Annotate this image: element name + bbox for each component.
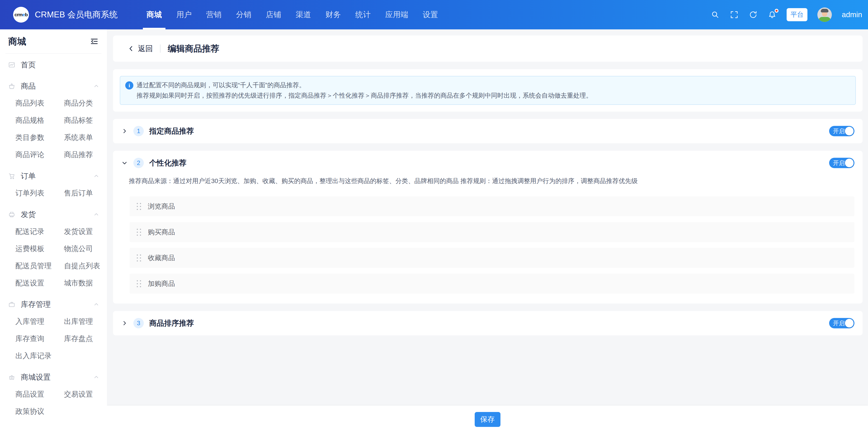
sidebar-item-goods-settings[interactable]: 商品设置 bbox=[16, 386, 64, 403]
sidebar-item-goods-spec[interactable]: 商品规格 bbox=[16, 112, 64, 129]
sidebar-item-home[interactable]: 首页 bbox=[0, 56, 107, 73]
section-sort-recommend: 3 商品排序推荐 开启 bbox=[113, 311, 863, 335]
section-number-badge: 1 bbox=[133, 126, 144, 136]
notification-bell-icon[interactable] bbox=[768, 10, 777, 19]
toggle-switch-sort[interactable]: 开启 bbox=[829, 318, 855, 328]
toggle-switch-designated[interactable]: 开启 bbox=[829, 126, 855, 136]
brand: crmeb CRMEB 会员电商系统 bbox=[0, 0, 118, 29]
sidebar-item-delivery-record[interactable]: 配送记录 bbox=[16, 223, 64, 240]
sidebar-item-stock-record[interactable]: 出入库记录 bbox=[16, 347, 64, 365]
toggle-knob bbox=[845, 319, 854, 328]
sidebar-item-stock-check[interactable]: 库存盘点 bbox=[64, 330, 107, 347]
info-alert: i 通过配置不同的商品规则，可以实现“千人千面”的商品推荐。 推荐规则如果同时开… bbox=[120, 76, 856, 105]
nav-item-statistics[interactable]: 统计 bbox=[349, 0, 377, 29]
sidebar-group-orders-header[interactable]: 订单 bbox=[0, 167, 107, 185]
section-title: 个性化推荐 bbox=[149, 158, 186, 168]
sidebar-group-label: 商城设置 bbox=[21, 372, 51, 382]
nav-item-channel[interactable]: 渠道 bbox=[290, 0, 317, 29]
page-title: 编辑商品推荐 bbox=[168, 43, 219, 55]
sidebar-item-freight-template[interactable]: 运费模板 bbox=[16, 240, 64, 257]
sidebar-item-stock-query[interactable]: 库存查询 bbox=[16, 330, 64, 347]
sidebar-group-mall-settings-header[interactable]: 商城设置 bbox=[0, 369, 107, 386]
sidebar-item-logistics-company[interactable]: 物流公司 bbox=[64, 240, 107, 257]
nav-item-distribution[interactable]: 分销 bbox=[230, 0, 257, 29]
search-icon[interactable] bbox=[711, 10, 720, 19]
collapse-sidebar-icon[interactable] bbox=[90, 37, 99, 46]
nav-item-mall[interactable]: 商城 bbox=[141, 0, 168, 29]
save-button[interactable]: 保存 bbox=[475, 412, 500, 427]
chevron-right-icon[interactable] bbox=[121, 128, 128, 134]
nav-item-users[interactable]: 用户 bbox=[170, 0, 197, 29]
sidebar-item-goods-list[interactable]: 商品列表 bbox=[16, 95, 64, 112]
nav-item-app[interactable]: 应用端 bbox=[379, 0, 414, 29]
sidebar-item-goods-recommend[interactable]: 商品推荐 bbox=[64, 146, 107, 163]
chevron-down-icon[interactable] bbox=[121, 159, 128, 166]
nav-item-finance[interactable]: 财务 bbox=[320, 0, 347, 29]
alert-card: i 通过配置不同的商品规则，可以实现“千人千面”的商品推荐。 推荐规则如果同时开… bbox=[113, 69, 863, 112]
section-description: 推荐商品来源：通过对用户近30天浏览、加购、收藏、购买的商品，整理出与这些商品的… bbox=[129, 177, 855, 186]
refresh-icon[interactable] bbox=[749, 10, 758, 19]
navbar-right: 平台 admin bbox=[711, 0, 868, 29]
drag-handle-icon[interactable] bbox=[135, 202, 143, 211]
nav-item-marketing[interactable]: 营销 bbox=[200, 0, 227, 29]
notification-badge bbox=[775, 9, 778, 13]
sidebar-group-inventory-header[interactable]: 库存管理 bbox=[0, 296, 107, 313]
drag-handle-icon[interactable] bbox=[135, 253, 143, 263]
sidebar-item-pickup-list[interactable]: 自提点列表 bbox=[64, 257, 107, 275]
content-spacer bbox=[107, 343, 868, 406]
alert-line-2: 推荐规则如果同时开启，按照推荐的优先级进行排序，指定商品推荐＞个性化推荐＞商品排… bbox=[136, 90, 848, 101]
drag-row-favorite[interactable]: 收藏商品 bbox=[129, 248, 855, 268]
drag-row-add-cart[interactable]: 加购商品 bbox=[129, 274, 855, 293]
toggle-label: 开启 bbox=[833, 319, 845, 327]
sidebar-item-order-list[interactable]: 订单列表 bbox=[16, 185, 64, 202]
sidebar-title: 商城 bbox=[8, 35, 26, 48]
sidebar-item-aftersale-order[interactable]: 售后订单 bbox=[64, 185, 107, 202]
sidebar-item-trade-settings[interactable]: 交易设置 bbox=[64, 386, 107, 403]
back-button[interactable]: 返回 bbox=[138, 43, 153, 54]
info-icon: i bbox=[125, 81, 133, 90]
sidebar-group-label: 发货 bbox=[21, 210, 36, 220]
nav-item-settings[interactable]: 设置 bbox=[417, 0, 444, 29]
sidebar-item-delivery-settings[interactable]: 配送设置 bbox=[16, 275, 64, 292]
chevron-up-icon bbox=[93, 173, 99, 179]
sidebar-menu: 首页 商品 商品列表 商品分类 商品规格 商品标签 类目 bbox=[0, 54, 107, 420]
sidebar-item-inbound-management[interactable]: 入库管理 bbox=[16, 313, 64, 330]
fullscreen-icon[interactable] bbox=[730, 10, 739, 19]
sidebar-group-goods-header[interactable]: 商品 bbox=[0, 78, 107, 95]
sidebar-item-courier-management[interactable]: 配送员管理 bbox=[16, 257, 64, 275]
page-header-card: 返回 编辑商品推荐 bbox=[113, 35, 863, 62]
nav-item-store[interactable]: 店铺 bbox=[260, 0, 287, 29]
sidebar-item-goods-category[interactable]: 商品分类 bbox=[64, 95, 107, 112]
section-header: 2 个性化推荐 开启 bbox=[113, 151, 863, 175]
sidebar-item-policy-agreement[interactable]: 政策协议 bbox=[16, 403, 64, 420]
sidebar-item-label: 首页 bbox=[21, 60, 36, 70]
toggle-switch-personalized[interactable]: 开启 bbox=[829, 158, 855, 168]
drag-row-purchase[interactable]: 购买商品 bbox=[129, 222, 855, 242]
sidebar-item-category-params[interactable]: 类目参数 bbox=[16, 129, 64, 146]
sidebar-item-system-form[interactable]: 系统表单 bbox=[64, 129, 107, 146]
sidebar-item-outbound-management[interactable]: 出库管理 bbox=[64, 313, 107, 330]
briefcase-icon bbox=[8, 301, 16, 308]
drag-row-label: 购买商品 bbox=[148, 227, 175, 237]
sidebar-item-goods-comment[interactable]: 商品评论 bbox=[16, 146, 64, 163]
sidebar-item-shipping-settings[interactable]: 发货设置 bbox=[64, 223, 107, 240]
sidebar-item-city-data[interactable]: 城市数据 bbox=[64, 275, 107, 292]
drag-handle-icon[interactable] bbox=[135, 227, 143, 237]
drag-row-label: 加购商品 bbox=[148, 279, 175, 288]
drag-row-browse[interactable]: 浏览商品 bbox=[129, 196, 855, 216]
username[interactable]: admin bbox=[842, 10, 862, 19]
chevron-right-icon[interactable] bbox=[121, 320, 128, 327]
avatar[interactable] bbox=[817, 7, 832, 22]
sidebar-item-goods-tag[interactable]: 商品标签 bbox=[64, 112, 107, 129]
divider bbox=[160, 44, 160, 53]
chevron-up-icon bbox=[93, 83, 99, 89]
sidebar-group-label: 商品 bbox=[21, 81, 36, 91]
back-chevron-icon[interactable] bbox=[127, 45, 135, 52]
sidebar-group-delivery-header[interactable]: 发货 bbox=[0, 206, 107, 223]
drag-handle-icon[interactable] bbox=[135, 279, 143, 288]
footer-bar: 保存 bbox=[107, 406, 868, 433]
platform-badge[interactable]: 平台 bbox=[786, 8, 807, 21]
goods-basket-icon bbox=[8, 82, 16, 90]
section-number-badge: 3 bbox=[133, 318, 144, 328]
sidebar-header: 商城 bbox=[0, 29, 107, 53]
